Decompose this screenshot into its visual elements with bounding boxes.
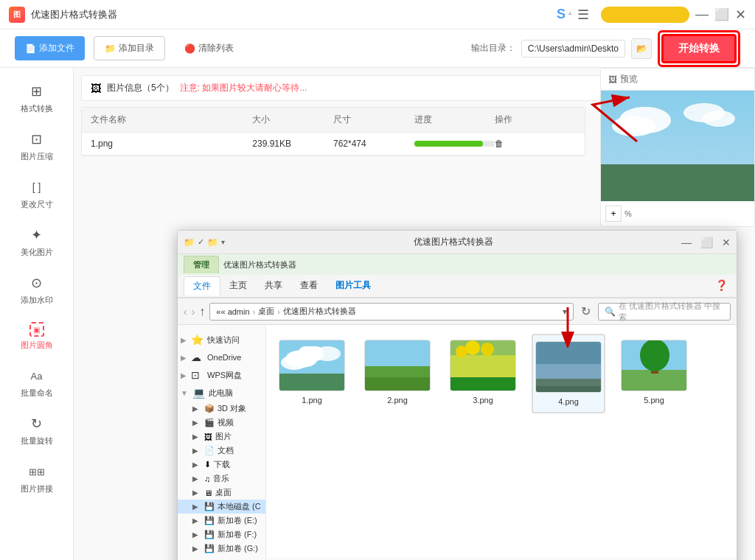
explorer-close[interactable]: ✕ bbox=[722, 237, 731, 248]
address-dropdown-icon[interactable]: ▾ bbox=[563, 307, 567, 317]
minimize-button[interactable]: — bbox=[695, 7, 709, 22]
toolbar: 📄 添加文件 📁 添加目录 🔴 清除列表 输出目录： C:\Users\admi… bbox=[0, 29, 755, 68]
tab-share[interactable]: 共享 bbox=[256, 276, 291, 295]
file-grid: 1.png bbox=[275, 334, 728, 413]
title-bar-right: S ⁴ ☰ — ⬜ ✕ bbox=[557, 7, 746, 23]
file-item-5[interactable]: 5.png bbox=[617, 334, 691, 413]
resize-label: 更改尺寸 bbox=[21, 199, 53, 210]
tab-view[interactable]: 查看 bbox=[291, 276, 327, 295]
nav-videos[interactable]: ▶ 🎬 视频 bbox=[178, 416, 265, 430]
folder-title-icon: 📁 bbox=[184, 237, 195, 248]
explorer-title-icons: 📁 ✓ 📁 ▾ bbox=[184, 237, 225, 248]
sidebar-item-rename[interactable]: Aa 批量命名 bbox=[0, 360, 73, 406]
manage-tab[interactable]: 管理 bbox=[184, 256, 219, 273]
pictures-label: 图片 bbox=[215, 431, 232, 442]
progress-bar-container bbox=[414, 141, 495, 147]
explorer-win-controls: — ⬜ ✕ bbox=[681, 237, 731, 248]
address-part-1: «« admin bbox=[216, 307, 249, 316]
expand-f: ▶ bbox=[192, 531, 201, 539]
file-item-1[interactable]: 1.png bbox=[275, 334, 349, 413]
videos-icon: 🎬 bbox=[204, 418, 215, 427]
nav-pictures[interactable]: ▶ 🖼 图片 bbox=[178, 430, 265, 444]
beautify-icon: ✦ bbox=[28, 226, 46, 244]
nav-onedrive[interactable]: ▶ ☁ OneDrive bbox=[178, 349, 265, 366]
clear-list-button[interactable]: 🔴 清除列表 bbox=[174, 36, 244, 60]
clear-icon: 🔴 bbox=[184, 43, 195, 54]
nav-desktop[interactable]: ▶ 🖥 桌面 bbox=[178, 486, 265, 500]
preview-icon: 🖼 bbox=[608, 74, 617, 85]
start-convert-button[interactable]: 开始转换 bbox=[661, 34, 737, 63]
sidebar-item-format[interactable]: ⊞ 格式转换 bbox=[0, 75, 73, 122]
help-icon[interactable]: ❓ bbox=[712, 276, 731, 295]
downloads-label: 下载 bbox=[214, 459, 230, 470]
sidebar-item-collage[interactable]: ⊞⊞ 图片拼接 bbox=[0, 455, 73, 502]
expand-g: ▶ bbox=[192, 545, 201, 553]
svg-point-9 bbox=[281, 355, 307, 370]
nav-music[interactable]: ▶ ♫ 音乐 bbox=[178, 472, 265, 486]
format-icon: ⊞ bbox=[28, 83, 46, 100]
expand-docs: ▶ bbox=[192, 447, 201, 455]
sidebar-item-compress[interactable]: ⊡ 图片压缩 bbox=[0, 123, 73, 169]
nav-drive-e[interactable]: ▶ 💾 新加卷 (E:) bbox=[178, 514, 265, 528]
sidebar-item-rounded[interactable]: ▣ 图片圆角 bbox=[0, 315, 73, 358]
sidebar-item-rotate[interactable]: ↻ 批量旋转 bbox=[0, 407, 73, 454]
watermark-icon: ⊙ bbox=[28, 274, 46, 292]
browse-button[interactable]: 📂 bbox=[631, 38, 652, 59]
preview-zoom-separator: % bbox=[624, 209, 632, 218]
desktop-label: 桌面 bbox=[215, 487, 232, 498]
add-file-button[interactable]: 📄 添加文件 bbox=[15, 36, 85, 60]
nav-local-disk-c[interactable]: ▶ 💾 本地磁盘 (C bbox=[178, 500, 265, 514]
3d-icon: 📦 bbox=[204, 404, 215, 413]
title-search-bar[interactable] bbox=[601, 7, 689, 23]
music-label: 音乐 bbox=[213, 473, 229, 484]
expand-3d: ▶ bbox=[192, 405, 201, 413]
explorer-maximize[interactable]: ⬜ bbox=[700, 237, 713, 248]
search-box[interactable]: 🔍 在 优速图片格式转换器 中搜索 bbox=[598, 303, 731, 321]
file-info-warning: 注意: 如果图片较大请耐心等待... bbox=[180, 82, 307, 94]
c-drive-icon: 💾 bbox=[204, 502, 215, 511]
table-header: 文件名称 大小 尺寸 进度 操作 bbox=[82, 108, 585, 133]
clear-label: 清除列表 bbox=[198, 42, 234, 55]
col-name: 文件名称 bbox=[91, 113, 252, 126]
nav-back[interactable]: ‹ bbox=[184, 306, 187, 318]
address-bar[interactable]: «« admin › 桌面 › 优速图片格式转换器 ▾ bbox=[209, 303, 574, 321]
tab-picture-tools[interactable]: 图片工具 bbox=[327, 276, 380, 295]
sidebar-item-beautify[interactable]: ✦ 美化图片 bbox=[0, 219, 73, 265]
tab-file[interactable]: 文件 bbox=[184, 276, 220, 295]
window-controls: — ⬜ ✕ bbox=[695, 7, 746, 23]
nav-downloads[interactable]: ▶ ⬇ 下载 bbox=[178, 458, 265, 472]
sidebar-item-watermark[interactable]: ⊙ 添加水印 bbox=[0, 267, 73, 313]
address-part-2: 桌面 bbox=[258, 306, 274, 317]
file-name-2: 2.png bbox=[387, 396, 408, 405]
address-sep-1: › bbox=[253, 307, 256, 316]
nav-wps[interactable]: ▶ ⊡ WPS网盘 bbox=[178, 366, 265, 384]
nav-forward[interactable]: › bbox=[192, 306, 195, 318]
file-dim-cell: 762*474 bbox=[333, 139, 414, 149]
file-item-4[interactable]: 4.png bbox=[532, 334, 605, 413]
delete-button[interactable]: 🗑 bbox=[495, 139, 576, 149]
expand-desktop: ▶ bbox=[192, 489, 201, 497]
nav-quick-access[interactable]: ▶ ⭐ 快速访问 bbox=[178, 331, 265, 349]
nav-drive-g[interactable]: ▶ 💾 新加卷 (G:) bbox=[178, 542, 265, 556]
sidebar-item-resize[interactable]: [ ] 更改尺寸 bbox=[0, 171, 73, 217]
preview-zoom-minus[interactable]: + bbox=[605, 206, 622, 222]
nav-documents[interactable]: ▶ 📄 文档 bbox=[178, 444, 265, 458]
g-drive-icon: 💾 bbox=[204, 544, 215, 553]
ribbon-tabs-container: 管理 优速图片格式转换器 bbox=[178, 254, 737, 275]
explorer-body: ▶ ⭐ 快速访问 ▶ ☁ OneDrive ▶ ⊡ WPS网盘 bbox=[178, 325, 737, 560]
nav-thispc[interactable]: ▼ 💻 此电脑 bbox=[178, 384, 265, 402]
tab-home[interactable]: 主页 bbox=[220, 276, 256, 295]
file-item-2[interactable]: 2.png bbox=[361, 334, 434, 413]
nav-refresh[interactable]: ↻ bbox=[581, 304, 591, 318]
hamburger-menu[interactable]: ☰ bbox=[577, 7, 589, 23]
maximize-button[interactable]: ⬜ bbox=[714, 7, 729, 21]
explorer-minimize[interactable]: — bbox=[681, 237, 692, 248]
file-item-3[interactable]: 3.png bbox=[446, 334, 520, 413]
explorer-files: 1.png bbox=[266, 325, 737, 559]
svg-point-5 bbox=[703, 111, 735, 127]
nav-drive-f[interactable]: ▶ 💾 新加卷 (F:) bbox=[178, 528, 265, 542]
add-directory-button[interactable]: 📁 添加目录 bbox=[94, 36, 165, 60]
nav-3d-objects[interactable]: ▶ 📦 3D 对象 bbox=[178, 402, 265, 416]
nav-up[interactable]: ↑ bbox=[199, 305, 205, 318]
close-button[interactable]: ✕ bbox=[735, 7, 746, 23]
